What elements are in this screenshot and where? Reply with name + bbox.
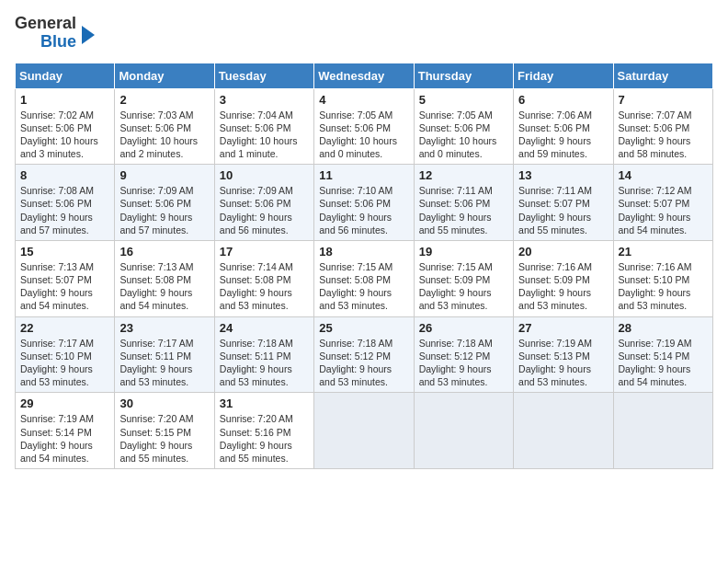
day-info: Sunrise: 7:20 AM Sunset: 5:15 PM Dayligh… [119, 412, 209, 465]
calendar-cell: 11 Sunrise: 7:10 AM Sunset: 5:06 PM Dayl… [314, 165, 414, 241]
dow-header: Monday [115, 63, 214, 88]
dow-header: Friday [514, 63, 613, 88]
calendar-cell: 18 Sunrise: 7:15 AM Sunset: 5:08 PM Dayl… [314, 240, 414, 316]
calendar-cell: 30 Sunrise: 7:20 AM Sunset: 5:15 PM Dayl… [115, 393, 214, 469]
calendar-cell: 6 Sunrise: 7:06 AM Sunset: 5:06 PM Dayli… [514, 88, 613, 165]
day-info: Sunrise: 7:15 AM Sunset: 5:08 PM Dayligh… [319, 260, 408, 313]
calendar-cell: 26 Sunrise: 7:18 AM Sunset: 5:12 PM Dayl… [414, 316, 513, 393]
logo-text: General [15, 15, 76, 33]
calendar-cell: 13 Sunrise: 7:11 AM Sunset: 5:07 PM Dayl… [514, 165, 613, 241]
calendar-cell: 5 Sunrise: 7:05 AM Sunset: 5:06 PM Dayli… [414, 88, 513, 165]
day-info: Sunrise: 7:06 AM Sunset: 5:06 PM Dayligh… [518, 109, 608, 161]
calendar-cell: 3 Sunrise: 7:04 AM Sunset: 5:06 PM Dayli… [214, 88, 313, 165]
calendar-week-row: 29 Sunrise: 7:19 AM Sunset: 5:14 PM Dayl… [16, 393, 713, 469]
day-info: Sunrise: 7:07 AM Sunset: 5:06 PM Dayligh… [619, 109, 708, 161]
day-number: 10 [220, 168, 309, 182]
day-number: 29 [20, 396, 109, 410]
calendar-cell: 20 Sunrise: 7:16 AM Sunset: 5:09 PM Dayl… [514, 240, 613, 316]
day-info: Sunrise: 7:13 AM Sunset: 5:08 PM Dayligh… [119, 260, 209, 313]
day-number: 11 [319, 168, 408, 182]
day-info: Sunrise: 7:19 AM Sunset: 5:14 PM Dayligh… [20, 412, 109, 465]
calendar-cell: 16 Sunrise: 7:13 AM Sunset: 5:08 PM Dayl… [115, 240, 214, 316]
day-number: 17 [220, 245, 309, 259]
day-info: Sunrise: 7:14 AM Sunset: 5:08 PM Dayligh… [220, 260, 309, 313]
day-number: 31 [220, 396, 309, 410]
day-info: Sunrise: 7:19 AM Sunset: 5:14 PM Dayligh… [619, 337, 708, 389]
day-number: 21 [619, 245, 708, 259]
calendar-cell [314, 393, 414, 469]
day-number: 25 [319, 321, 408, 335]
calendar-week-row: 8 Sunrise: 7:08 AM Sunset: 5:06 PM Dayli… [16, 165, 713, 241]
day-info: Sunrise: 7:15 AM Sunset: 5:09 PM Dayligh… [419, 260, 508, 313]
day-info: Sunrise: 7:02 AM Sunset: 5:06 PM Dayligh… [20, 109, 109, 161]
day-info: Sunrise: 7:19 AM Sunset: 5:13 PM Dayligh… [518, 337, 608, 389]
calendar-cell: 14 Sunrise: 7:12 AM Sunset: 5:07 PM Dayl… [613, 165, 712, 241]
day-number: 20 [518, 245, 608, 259]
day-info: Sunrise: 7:20 AM Sunset: 5:16 PM Dayligh… [220, 412, 309, 465]
day-number: 30 [119, 396, 209, 410]
calendar-cell: 7 Sunrise: 7:07 AM Sunset: 5:06 PM Dayli… [613, 88, 712, 165]
logo: General Blue [15, 15, 95, 52]
day-info: Sunrise: 7:10 AM Sunset: 5:06 PM Dayligh… [319, 184, 408, 236]
calendar-cell: 27 Sunrise: 7:19 AM Sunset: 5:13 PM Dayl… [514, 316, 613, 393]
calendar-week-row: 22 Sunrise: 7:17 AM Sunset: 5:10 PM Dayl… [16, 316, 713, 393]
days-of-week-row: SundayMondayTuesdayWednesdayThursdayFrid… [16, 63, 713, 88]
day-info: Sunrise: 7:12 AM Sunset: 5:07 PM Dayligh… [619, 184, 708, 236]
page-header: General Blue [15, 15, 713, 52]
day-info: Sunrise: 7:13 AM Sunset: 5:07 PM Dayligh… [20, 260, 109, 313]
day-info: Sunrise: 7:16 AM Sunset: 5:09 PM Dayligh… [518, 260, 608, 313]
calendar-cell: 1 Sunrise: 7:02 AM Sunset: 5:06 PM Dayli… [16, 88, 115, 165]
calendar-cell: 29 Sunrise: 7:19 AM Sunset: 5:14 PM Dayl… [16, 393, 115, 469]
day-number: 5 [419, 93, 508, 107]
day-number: 18 [319, 245, 408, 259]
day-info: Sunrise: 7:05 AM Sunset: 5:06 PM Dayligh… [419, 109, 508, 161]
day-info: Sunrise: 7:17 AM Sunset: 5:11 PM Dayligh… [119, 337, 209, 389]
day-info: Sunrise: 7:09 AM Sunset: 5:06 PM Dayligh… [119, 184, 209, 236]
day-info: Sunrise: 7:05 AM Sunset: 5:06 PM Dayligh… [319, 109, 408, 161]
calendar-cell [414, 393, 513, 469]
dow-header: Wednesday [314, 63, 414, 88]
calendar-cell [514, 393, 613, 469]
day-number: 4 [319, 93, 408, 107]
calendar-cell: 2 Sunrise: 7:03 AM Sunset: 5:06 PM Dayli… [115, 88, 214, 165]
calendar-body: 1 Sunrise: 7:02 AM Sunset: 5:06 PM Dayli… [16, 88, 713, 468]
day-info: Sunrise: 7:17 AM Sunset: 5:10 PM Dayligh… [20, 337, 109, 389]
calendar-cell: 9 Sunrise: 7:09 AM Sunset: 5:06 PM Dayli… [115, 165, 214, 241]
day-number: 12 [419, 168, 508, 182]
day-number: 2 [119, 93, 209, 107]
dow-header: Thursday [414, 63, 513, 88]
day-info: Sunrise: 7:18 AM Sunset: 5:12 PM Dayligh… [419, 337, 508, 389]
day-info: Sunrise: 7:18 AM Sunset: 5:11 PM Dayligh… [220, 337, 309, 389]
day-number: 19 [419, 245, 508, 259]
calendar-cell: 4 Sunrise: 7:05 AM Sunset: 5:06 PM Dayli… [314, 88, 414, 165]
day-info: Sunrise: 7:03 AM Sunset: 5:06 PM Dayligh… [119, 109, 209, 161]
calendar-table: SundayMondayTuesdayWednesdayThursdayFrid… [15, 63, 713, 469]
day-number: 9 [119, 168, 209, 182]
day-number: 7 [619, 93, 708, 107]
logo-text2: Blue [40, 33, 76, 52]
day-number: 13 [518, 168, 608, 182]
day-info: Sunrise: 7:04 AM Sunset: 5:06 PM Dayligh… [220, 109, 309, 161]
day-info: Sunrise: 7:11 AM Sunset: 5:06 PM Dayligh… [419, 184, 508, 236]
calendar-cell: 28 Sunrise: 7:19 AM Sunset: 5:14 PM Dayl… [613, 316, 712, 393]
dow-header: Saturday [613, 63, 712, 88]
calendar-cell: 15 Sunrise: 7:13 AM Sunset: 5:07 PM Dayl… [16, 240, 115, 316]
day-number: 3 [220, 93, 309, 107]
day-number: 27 [518, 321, 608, 335]
day-info: Sunrise: 7:16 AM Sunset: 5:10 PM Dayligh… [619, 260, 708, 313]
calendar-cell: 12 Sunrise: 7:11 AM Sunset: 5:06 PM Dayl… [414, 165, 513, 241]
day-number: 8 [20, 168, 109, 182]
calendar-cell: 25 Sunrise: 7:18 AM Sunset: 5:12 PM Dayl… [314, 316, 414, 393]
day-number: 26 [419, 321, 508, 335]
day-info: Sunrise: 7:08 AM Sunset: 5:06 PM Dayligh… [20, 184, 109, 236]
day-number: 24 [220, 321, 309, 335]
calendar-cell: 21 Sunrise: 7:16 AM Sunset: 5:10 PM Dayl… [613, 240, 712, 316]
day-number: 23 [119, 321, 209, 335]
calendar-cell: 8 Sunrise: 7:08 AM Sunset: 5:06 PM Dayli… [16, 165, 115, 241]
day-info: Sunrise: 7:11 AM Sunset: 5:07 PM Dayligh… [518, 184, 608, 236]
dow-header: Sunday [16, 63, 115, 88]
day-info: Sunrise: 7:18 AM Sunset: 5:12 PM Dayligh… [319, 337, 408, 389]
calendar-cell [613, 393, 712, 469]
day-number: 16 [119, 245, 209, 259]
day-number: 6 [518, 93, 608, 107]
